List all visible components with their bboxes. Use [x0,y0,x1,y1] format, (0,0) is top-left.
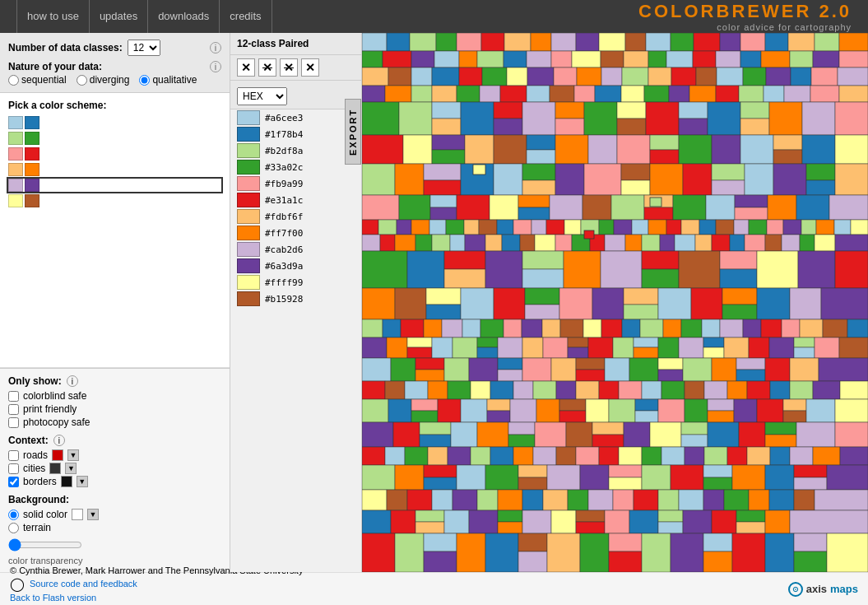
color-row-5[interactable] [8,194,221,207]
checkbox-print[interactable]: print friendly [8,403,221,415]
num-classes-info[interactable]: i [210,42,221,54]
svg-rect-85 [362,102,399,135]
roads-color[interactable] [52,449,63,461]
svg-rect-441 [580,465,609,490]
only-show-info[interactable]: i [67,375,78,387]
nature-info[interactable]: i [210,61,221,72]
svg-rect-217 [695,235,712,251]
svg-rect-281 [743,319,761,337]
color-hex: #fdbf6f [265,212,303,222]
bg-solid-row[interactable]: solid color ▼ [8,509,221,520]
svg-rect-123 [773,135,802,150]
nav-updates[interactable]: updates [90,0,148,33]
x-btn-1[interactable]: ✕ [237,58,255,77]
color-entry-3[interactable]: #33a02c [230,159,361,175]
transparency-slider[interactable] [8,538,82,551]
svg-rect-63 [838,67,868,86]
svg-rect-169 [378,220,397,235]
svg-rect-56 [671,67,696,86]
color-scheme-label: Pick a color scheme: [8,100,221,111]
svg-rect-341 [428,381,448,399]
color-entry-1[interactable]: #1f78b4 [230,126,361,142]
cities-color[interactable] [49,463,61,474]
svg-rect-378 [685,399,708,422]
checkbox-colorblind[interactable]: colorblind safe [8,390,221,402]
svg-rect-213 [625,235,642,251]
color-entry-11[interactable]: #b15928 [230,291,361,307]
radio-qualitative[interactable]: qualitative [139,74,197,86]
color-rows-container [8,116,221,207]
svg-rect-120 [679,135,712,164]
svg-rect-320 [469,358,498,381]
svg-rect-438 [518,465,547,477]
svg-rect-271 [542,319,560,337]
svg-rect-252 [592,288,624,319]
svg-rect-37 [716,51,740,67]
bg-color-box[interactable] [72,509,83,520]
flash-link[interactable]: Back to Flash version [10,593,303,603]
svg-rect-292 [453,337,477,358]
svg-rect-478 [444,510,469,533]
svg-rect-375 [635,399,658,411]
borders-color[interactable] [61,476,72,487]
svg-rect-273 [583,319,601,337]
svg-rect-414 [471,447,490,465]
nav-how-to-use[interactable]: how to use [16,0,90,33]
svg-rect-465 [634,490,658,510]
x-btn-3[interactable]: ✕ [280,58,298,77]
color-row-2[interactable] [8,147,221,161]
color-row-3[interactable] [8,163,221,176]
svg-rect-362 [388,399,411,422]
svg-rect-388 [393,422,420,447]
color-row-1[interactable] [8,132,221,145]
color-entry-10[interactable]: #ffff99 [230,274,361,291]
color-row-0[interactable] [8,116,221,129]
svg-rect-21 [839,33,868,51]
x-btn-4[interactable]: ✕ [301,58,319,77]
svg-rect-109 [432,135,465,150]
svg-rect-153 [490,195,518,220]
bg-dropdown[interactable]: ▼ [87,509,99,520]
svg-rect-9 [551,33,576,51]
nav-downloads[interactable]: downloads [148,0,220,33]
color-entry-6[interactable]: #fdbf6f [230,208,361,225]
color-row-4[interactable] [8,179,221,192]
num-classes-select[interactable]: 3456 78910 1112 [128,40,160,56]
svg-rect-68 [457,86,480,102]
radio-sequential[interactable]: sequential [8,74,67,86]
svg-rect-274 [601,319,622,337]
color-swatch [8,116,23,129]
roads-dropdown[interactable]: ▼ [67,449,79,461]
svg-rect-400 [650,422,681,447]
svg-rect-379 [708,399,734,411]
svg-rect-284 [800,319,823,337]
color-entry-5[interactable]: #e31a1c [230,192,361,208]
svg-rect-325 [576,358,605,370]
color-entry-9[interactable]: #6a3d9a [230,258,361,274]
svg-rect-122 [740,135,773,164]
color-entry-7[interactable]: #ff7f00 [230,225,361,241]
svg-rect-66 [411,86,432,102]
svg-rect-154 [518,195,550,207]
color-entry-2[interactable]: #b2df8a [230,142,361,159]
svg-rect-82 [784,86,810,102]
svg-rect-22 [362,51,383,67]
format-select[interactable]: HEX RGB CMYK [237,87,287,105]
color-entry-4[interactable]: #fb9a99 [230,175,361,192]
nav-credits[interactable]: credits [220,0,272,33]
bg-terrain-row[interactable]: terrain [8,522,221,533]
source-link[interactable]: Source code and feedback [30,579,137,589]
svg-rect-466 [658,490,679,510]
borders-dropdown[interactable]: ▼ [77,476,88,487]
checkbox-photocopy[interactable]: photocopy safe [8,417,221,428]
axismaps-icon: ⊙ [788,582,803,597]
svg-rect-287 [362,337,387,358]
color-entry-8[interactable]: #cab2d6 [230,241,361,258]
export-button[interactable]: EXPORT [345,99,361,165]
svg-rect-512 [732,533,765,572]
radio-diverging[interactable]: diverging [77,74,130,86]
cities-dropdown[interactable]: ▼ [65,463,77,474]
color-entry-0[interactable]: #a6cee3 [230,109,361,126]
context-info[interactable]: i [53,435,65,446]
x-btn-2[interactable]: ✕ [258,58,276,77]
